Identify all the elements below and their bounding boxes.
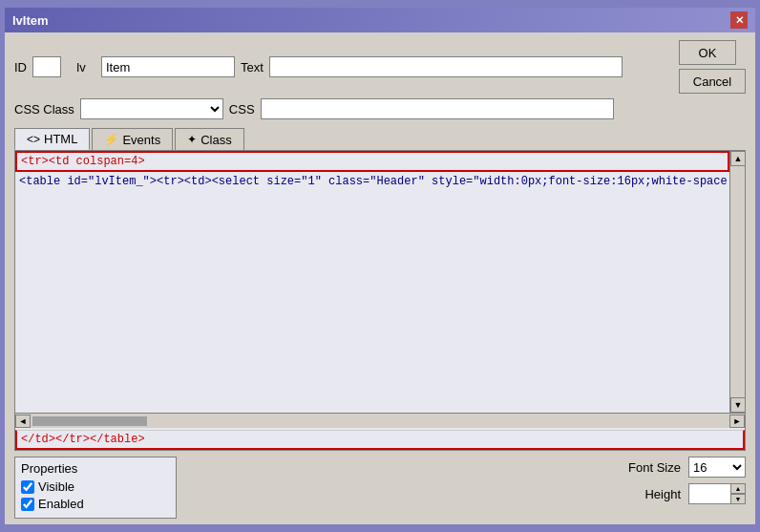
scroll-right-btn[interactable]: ► — [729, 415, 745, 428]
code-rows: <tr><td colspan=4> <table id="lvItem_"><… — [15, 151, 745, 413]
dialog: lvItem ✕ ID lv Text OK Cancel CSS Class … — [3, 6, 757, 526]
scroll-up-btn[interactable]: ▲ — [730, 151, 745, 166]
height-row: Height 10 ▲ ▼ — [628, 483, 746, 504]
code-line-3: </td></tr></table> — [15, 430, 745, 450]
enabled-row: Enabled — [21, 497, 170, 511]
button-area: OK Cancel — [679, 40, 746, 94]
vertical-scrollbar: ▲ ▼ — [729, 151, 745, 413]
properties-box: Properties Visible Enabled — [14, 457, 177, 519]
text-input[interactable] — [269, 56, 623, 77]
height-input[interactable]: 10 — [688, 483, 730, 504]
events-tab-icon: ⚡ — [104, 133, 118, 146]
html-tab-icon: <> — [27, 133, 40, 146]
tab-html-label: HTML — [44, 132, 77, 146]
height-label: Height — [644, 487, 681, 501]
font-size-select[interactable]: 16 12 14 18 24 — [688, 457, 746, 478]
tabs: <> HTML ⚡ Events ✦ Class — [14, 128, 746, 150]
code-line-1: <tr><td colspan=4> — [15, 151, 729, 172]
form-area: ID lv Text OK Cancel CSS Class CSS — [5, 32, 755, 128]
css-input[interactable] — [261, 98, 614, 119]
tab-events-label: Events — [122, 133, 160, 147]
css-class-label: CSS Class — [14, 102, 74, 117]
tab-events[interactable]: ⚡ Events — [92, 128, 173, 150]
height-spin-down[interactable]: ▼ — [730, 494, 746, 504]
title-bar: lvItem ✕ — [5, 8, 755, 32]
scroll-left-btn[interactable]: ◄ — [15, 415, 31, 428]
code-content: <tr><td colspan=4> <table id="lvItem_"><… — [15, 151, 745, 428]
visible-checkbox[interactable] — [21, 480, 34, 494]
tab-class[interactable]: ✦ Class — [175, 128, 244, 150]
height-spin-up[interactable]: ▲ — [730, 483, 746, 494]
html-editor-area: <tr><td colspan=4> <table id="lvItem_"><… — [14, 150, 746, 451]
id-label: ID — [14, 60, 27, 74]
form-row-2: CSS Class CSS — [14, 98, 746, 119]
tabs-area: <> HTML ⚡ Events ✦ Class — [5, 128, 755, 150]
text-row: Text — [241, 56, 673, 77]
form-row-1: ID lv Text OK Cancel — [14, 40, 746, 94]
cancel-button[interactable]: Cancel — [679, 69, 746, 94]
height-spinner: 10 ▲ ▼ — [688, 483, 746, 504]
css-label: CSS — [229, 102, 255, 117]
right-properties: Font Size 16 12 14 18 24 Height 10 ▲ ▼ — [628, 457, 746, 519]
css-row: CSS — [229, 98, 746, 119]
visible-row: Visible — [21, 479, 170, 494]
bottom-area: Properties Visible Enabled Font Size 16 … — [5, 451, 755, 524]
dialog-title: lvItem — [12, 13, 49, 28]
id-input[interactable] — [32, 56, 61, 77]
height-spinner-buttons: ▲ ▼ — [730, 483, 746, 504]
font-size-label: Font Size — [628, 460, 681, 475]
h-scrollbar-track — [31, 415, 729, 428]
lv-display: lv — [67, 56, 95, 77]
properties-title: Properties — [21, 461, 170, 476]
tab-html[interactable]: <> HTML — [14, 128, 90, 150]
visible-label: Visible — [38, 479, 74, 494]
scroll-down-btn[interactable]: ▼ — [730, 397, 745, 413]
class-tab-icon: ✦ — [187, 133, 197, 146]
ok-button[interactable]: OK — [679, 40, 736, 65]
scroll-track — [730, 166, 745, 397]
tab-class-label: Class — [201, 133, 232, 147]
close-button[interactable]: ✕ — [730, 11, 748, 29]
enabled-checkbox[interactable] — [21, 498, 34, 511]
code-lines: <tr><td colspan=4> <table id="lvItem_"><… — [15, 151, 729, 413]
css-class-select[interactable] — [80, 98, 223, 119]
item-input[interactable] — [101, 56, 235, 77]
code-line-2: <table id="lvItem_"><tr><td><select size… — [15, 172, 729, 191]
h-scrollbar-thumb[interactable] — [32, 416, 147, 426]
font-size-row: Font Size 16 12 14 18 24 — [628, 457, 746, 478]
enabled-label: Enabled — [38, 497, 84, 511]
horizontal-scrollbar-area: ◄ ► — [15, 413, 745, 428]
text-label: Text — [241, 60, 264, 74]
